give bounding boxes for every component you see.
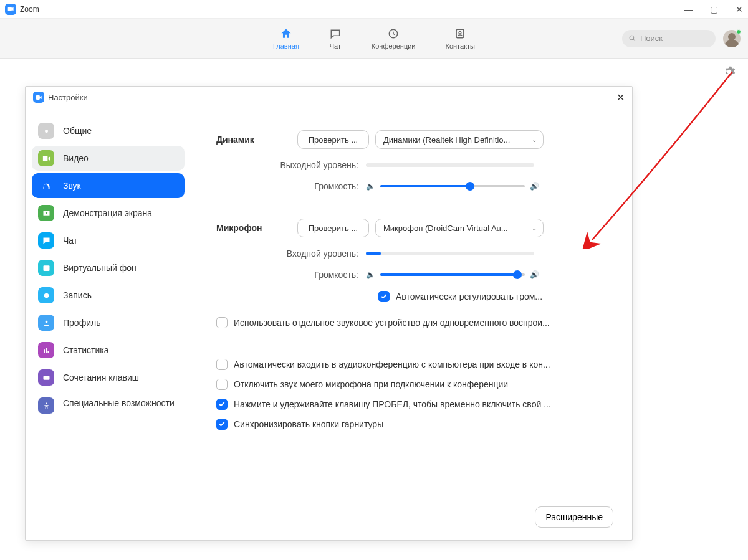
chevron-down-icon: ⌄	[532, 136, 537, 143]
nav-tab-contacts[interactable]: Контакты	[446, 27, 476, 50]
user-avatar[interactable]	[723, 30, 741, 47]
window-close-button[interactable]: ✕	[736, 4, 743, 14]
sidebar-item-label: Специальные возможности	[63, 397, 175, 409]
zoom-logo-icon	[5, 4, 16, 15]
mic-volume-slider[interactable]	[380, 273, 525, 276]
volume-high-icon: 🔊	[530, 270, 539, 279]
clock-icon	[387, 27, 400, 40]
svg-point-6	[45, 320, 47, 323]
test-speaker-button[interactable]: Проверить ...	[297, 130, 369, 149]
settings-sidebar: Общие Видео Звук Демонстрация экрана Чат…	[26, 108, 191, 540]
sidebar-item-accessibility[interactable]: Специальные возможности	[32, 392, 185, 422]
search-input[interactable]: Поиск	[622, 30, 716, 47]
window-maximize-button[interactable]: ▢	[710, 4, 718, 14]
chevron-down-icon: ⌄	[532, 225, 537, 232]
test-mic-button[interactable]: Проверить ...	[297, 219, 369, 237]
sidebar-item-label: Чат	[63, 235, 77, 245]
presence-indicator	[736, 29, 741, 34]
volume-low-icon: 🔈	[366, 270, 375, 279]
mic-device-dropdown[interactable]: Микрофон (DroidCam Virtual Au... ⌄	[375, 219, 544, 237]
sidebar-item-label: Профиль	[63, 318, 100, 328]
input-level-meter	[366, 252, 534, 255]
sidebar-item-video[interactable]: Видео	[32, 146, 185, 171]
separate-audio-device-checkbox[interactable]: Использовать отдельное звуковое устройст…	[216, 317, 613, 328]
sidebar-item-label: Общие	[63, 126, 92, 136]
nav-tab-chat[interactable]: Чат	[329, 27, 342, 50]
speaker-device-dropdown[interactable]: Динамики (Realtek High Definitio... ⌄	[375, 130, 544, 149]
sidebar-item-label: Сочетания клавиш	[63, 373, 139, 382]
chat-bubble-icon	[38, 232, 54, 249]
speaker-section-label: Динамик	[216, 135, 297, 145]
svg-point-3	[630, 36, 634, 40]
video-icon	[38, 150, 54, 166]
checkbox-label: Синхронизировать кнопки гарнитуры	[234, 419, 383, 429]
volume-high-icon: 🔊	[530, 182, 539, 191]
gear-icon	[38, 123, 54, 139]
nav-tab-meetings[interactable]: Конференции	[372, 27, 416, 50]
checkbox-icon	[378, 291, 390, 302]
sidebar-item-recording[interactable]: Запись	[32, 283, 185, 308]
dialog-title: Настройки	[48, 93, 88, 102]
sidebar-item-shortcuts[interactable]: Сочетания клавиш	[32, 365, 185, 390]
svg-point-2	[459, 32, 461, 34]
share-screen-icon	[38, 205, 54, 221]
svg-point-5	[44, 293, 49, 298]
checkbox-label: Отключить звук моего микрофона при подкл…	[234, 379, 508, 389]
stats-icon	[38, 342, 54, 358]
sidebar-item-label: Запись	[63, 290, 92, 300]
settings-gear-icon[interactable]	[723, 65, 736, 80]
audio-settings-panel: Динамик Проверить ... Динамики (Realtek …	[191, 108, 632, 540]
dialog-close-button[interactable]: ✕	[616, 92, 625, 103]
svg-point-8	[46, 402, 47, 404]
checkbox-label: Автоматически входить в аудиоконференцию…	[234, 359, 550, 369]
image-icon	[38, 260, 54, 276]
settings-dialog: Настройки ✕ Общие Видео Звук Демонстраци…	[25, 86, 633, 541]
auto-adjust-volume-checkbox[interactable]: Автоматически регулировать гром...	[216, 291, 613, 302]
sidebar-item-label: Виртуальный фон	[63, 263, 137, 273]
advanced-button[interactable]: Расширенные	[535, 506, 613, 528]
output-level-label: Выходной уровень:	[216, 160, 366, 170]
checkbox-label: Автоматически регулировать гром...	[396, 292, 542, 301]
sync-headset-buttons-checkbox[interactable]: Синхронизировать кнопки гарнитуры	[216, 419, 613, 430]
svg-rect-7	[43, 376, 49, 379]
auto-join-audio-checkbox[interactable]: Автоматически входить в аудиоконференцию…	[216, 359, 613, 370]
nav-tab-home[interactable]: Главная	[273, 27, 299, 50]
checkbox-icon	[216, 359, 228, 370]
speaker-device-value: Динамики (Realtek High Definitio...	[383, 135, 510, 145]
sidebar-item-label: Демонстрация экрана	[63, 208, 152, 218]
sidebar-item-profile[interactable]: Профиль	[32, 310, 185, 335]
speaker-volume-slider[interactable]	[380, 185, 525, 187]
contacts-icon	[454, 27, 466, 40]
checkbox-label: Использовать отдельное звуковое устройст…	[234, 318, 550, 328]
top-nav: Главная Чат Конференции Контакты Поиск	[0, 19, 748, 59]
search-icon	[628, 34, 636, 42]
keyboard-icon	[38, 369, 54, 386]
speaker-volume-label: Громкость:	[216, 181, 366, 191]
sidebar-item-share-screen[interactable]: Демонстрация экрана	[32, 201, 185, 225]
window-minimize-button[interactable]: —	[684, 4, 693, 14]
window-title: Zoom	[20, 5, 39, 14]
checkbox-icon	[216, 399, 228, 410]
checkbox-icon	[216, 379, 228, 390]
headphones-icon	[38, 178, 54, 194]
mute-mic-on-join-checkbox[interactable]: Отключить звук моего микрофона при подкл…	[216, 379, 613, 390]
accessibility-icon	[38, 397, 54, 414]
svg-rect-4	[43, 265, 49, 271]
sidebar-item-label: Звук	[63, 181, 81, 191]
push-to-talk-checkbox[interactable]: Нажмите и удерживайте клавишу ПРОБЕЛ, чт…	[216, 399, 613, 410]
home-icon	[280, 27, 292, 40]
checkbox-label: Нажмите и удерживайте клавишу ПРОБЕЛ, чт…	[234, 399, 551, 409]
output-level-meter	[366, 163, 534, 167]
record-icon	[38, 287, 54, 303]
sidebar-item-audio[interactable]: Звук	[32, 173, 185, 198]
checkbox-icon	[216, 317, 228, 328]
zoom-logo-icon	[33, 92, 44, 103]
sidebar-item-chat[interactable]: Чат	[32, 228, 185, 253]
volume-low-icon: 🔈	[366, 182, 375, 191]
sidebar-item-label: Видео	[63, 153, 89, 163]
window-titlebar: Zoom — ▢ ✕	[0, 0, 748, 19]
checkbox-icon	[216, 419, 228, 430]
sidebar-item-general[interactable]: Общие	[32, 118, 185, 143]
sidebar-item-statistics[interactable]: Статистика	[32, 338, 185, 363]
sidebar-item-virtual-bg[interactable]: Виртуальный фон	[32, 255, 185, 280]
